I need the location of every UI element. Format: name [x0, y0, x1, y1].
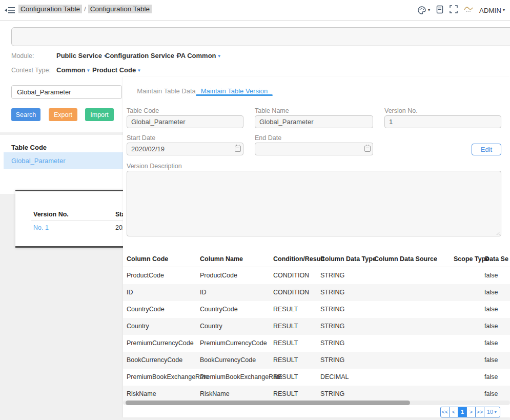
cell-condition: RESULT	[273, 352, 298, 369]
version-no-field[interactable]	[384, 115, 501, 128]
import-button[interactable]: Import	[85, 108, 114, 121]
table-row[interactable]: PremiumBookExchangeRate PremiumBookExcha…	[123, 369, 510, 386]
module-dropdown-label: Configuration Service	[105, 52, 174, 59]
cell-data-type: STRING	[320, 318, 344, 335]
module-dropdown-label: Public Service	[56, 52, 102, 59]
table-row[interactable]: Country Country RESULT STRING false	[123, 318, 510, 335]
table-code-field[interactable]	[127, 115, 243, 128]
horizontal-scrollbar-thumb[interactable]	[126, 401, 410, 405]
breadcrumb-item-2[interactable]: Configuration Table	[88, 5, 152, 13]
context-type-label: Context Type:	[11, 67, 51, 74]
document-icon[interactable]	[436, 5, 444, 16]
pagination: << < 1 > >> 10▼	[440, 407, 500, 417]
edit-button[interactable]: Edit	[472, 144, 501, 155]
top-bar: Configuration Table/Configuration Table …	[0, 0, 510, 21]
table-row[interactable]: ID ID CONDITION STRING false	[123, 284, 510, 301]
cell-column-code: ID	[127, 284, 133, 301]
breadcrumb-separator: /	[84, 5, 86, 13]
horizontal-scrollbar[interactable]	[123, 401, 510, 405]
col-header-column-data-source: Column Data Source	[374, 251, 437, 267]
pagination-prev-button[interactable]: <	[449, 407, 458, 417]
calendar-icon	[364, 146, 371, 152]
fullscreen-icon[interactable]	[450, 5, 458, 15]
table-name-label: Table Name	[255, 107, 289, 114]
cell-column-name: ID	[200, 284, 207, 301]
collapse-menu-icon[interactable]	[4, 5, 16, 15]
table-row[interactable]: CountryCode CountryCode RESULT STRING fa…	[123, 301, 510, 318]
module-dropdown-configuration-service[interactable]: Configuration Service▾	[105, 52, 178, 59]
chevron-down-icon: ▾	[138, 68, 140, 73]
active-tab-underline	[196, 94, 273, 96]
module-dropdown-pa-common[interactable]: PA Common▾	[177, 52, 220, 59]
notice-strip	[11, 27, 510, 46]
start-date-field[interactable]	[127, 143, 243, 155]
table-name-field[interactable]	[255, 115, 373, 128]
user-menu[interactable]: ADMIN ▾	[479, 7, 505, 14]
cell-condition: RESULT	[273, 318, 298, 335]
language-icon[interactable]	[463, 5, 474, 15]
pagination-first-button[interactable]: <<	[440, 407, 450, 417]
cell-data-se: false	[484, 318, 498, 335]
context-dropdown-label: Common	[56, 66, 85, 74]
pagination-page-1[interactable]: 1	[458, 407, 467, 417]
table-row[interactable]: PremiumCurrencyCode PremiumCurrencyCode …	[123, 335, 510, 352]
table-row[interactable]: BookCurrencyCode BookCurrencyCode RESULT…	[123, 352, 510, 369]
export-button[interactable]: Export	[49, 108, 77, 121]
cell-column-code: PremiumCurrencyCode	[127, 335, 194, 352]
table-code-label: Table Code	[127, 107, 159, 114]
context-dropdown-label: Product Code	[92, 66, 136, 74]
cell-data-se: false	[484, 335, 498, 352]
table-code-search-input[interactable]	[11, 85, 122, 99]
tab-maintain-table-version[interactable]: Maintain Table Version	[196, 85, 273, 98]
col-header-column-name: Column Name	[200, 251, 243, 267]
tab-maintain-table-data[interactable]: Maintain Table Data	[134, 85, 198, 98]
breadcrumb-item-1[interactable]: Configuration Table	[18, 5, 82, 13]
version-description-textarea[interactable]	[127, 171, 501, 236]
col-header-column-code: Column Code	[127, 251, 168, 267]
table-code-list-item-selected[interactable]: Global_Parameter	[4, 152, 123, 169]
col-header-data-se: Data Se	[485, 251, 508, 267]
cell-data-se: false	[484, 267, 498, 284]
search-button[interactable]: Search	[11, 108, 40, 121]
popup-version-link[interactable]: No. 1	[33, 224, 49, 231]
cell-data-type: DECIMAL	[320, 369, 349, 386]
cell-column-code: Country	[127, 318, 149, 335]
context-dropdown-common[interactable]: Common▾	[56, 66, 90, 74]
pagination-next-button[interactable]: >	[466, 407, 476, 417]
cell-column-code: BookCurrencyCode	[127, 352, 182, 369]
cell-column-code: PremiumBookExchangeRate	[127, 369, 209, 386]
cell-column-code: CountryCode	[127, 301, 165, 318]
module-label: Module:	[11, 52, 34, 59]
cell-data-type: STRING	[320, 301, 344, 318]
cell-data-type: STRING	[320, 352, 344, 369]
calendar-icon	[235, 146, 241, 152]
pagination-last-button[interactable]: >>	[475, 407, 484, 417]
main-panel: Maintain Table Data Maintain Table Versi…	[123, 77, 510, 417]
cell-data-se: false	[484, 284, 498, 301]
module-dropdown-public-service[interactable]: Public Service▾	[56, 52, 106, 59]
col-header-scope-type: Scope Type	[454, 251, 489, 267]
cell-column-name: CountryCode	[200, 301, 238, 318]
cell-column-code: ProductCode	[127, 267, 164, 284]
end-date-label: End Date	[255, 134, 281, 142]
cell-data-se: false	[484, 301, 498, 318]
page-size-value: 10	[487, 409, 493, 415]
context-dropdown-product-code[interactable]: Product Code▾	[92, 66, 140, 74]
cell-column-name: PremiumCurrencyCode	[200, 335, 267, 352]
end-date-field[interactable]	[255, 143, 373, 155]
cell-data-type: STRING	[320, 335, 344, 352]
page-size-select[interactable]: 10▼	[484, 407, 500, 417]
chevron-down-icon: ▾	[218, 53, 220, 58]
col-header-column-data-type: Column Data Type	[320, 251, 376, 267]
cell-condition: RESULT	[273, 301, 298, 318]
user-caret-icon: ▾	[503, 8, 505, 12]
app-window: Configuration Table/Configuration Table …	[0, 0, 510, 420]
chevron-down-icon: ▾	[87, 68, 89, 73]
theme-palette-icon[interactable]: ▾	[417, 6, 430, 15]
cell-data-type: STRING	[320, 284, 344, 301]
cell-column-name: PremiumBookExchangeRate	[200, 369, 282, 386]
cell-data-type: STRING	[320, 267, 344, 284]
table-row[interactable]: ProductCode ProductCode CONDITION STRING…	[123, 267, 510, 284]
cell-column-name: BookCurrencyCode	[200, 352, 256, 369]
cell-condition: RESULT	[273, 335, 298, 352]
